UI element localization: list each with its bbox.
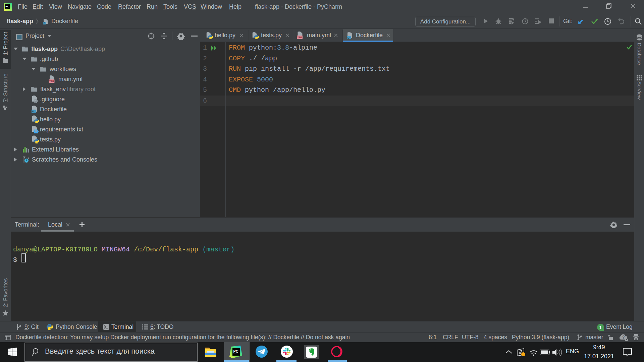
svg-text:YML: YML <box>49 80 55 83</box>
svg-text:PC: PC <box>5 5 9 8</box>
svg-text:1: 1 <box>599 325 602 330</box>
svg-text:YML: YML <box>297 36 303 39</box>
svg-text:PC: PC <box>233 349 238 353</box>
svg-text:?: ? <box>622 335 625 340</box>
svg-text:D: D <box>44 22 45 24</box>
svg-text:D: D <box>347 36 350 39</box>
svg-text:D: D <box>32 110 34 113</box>
